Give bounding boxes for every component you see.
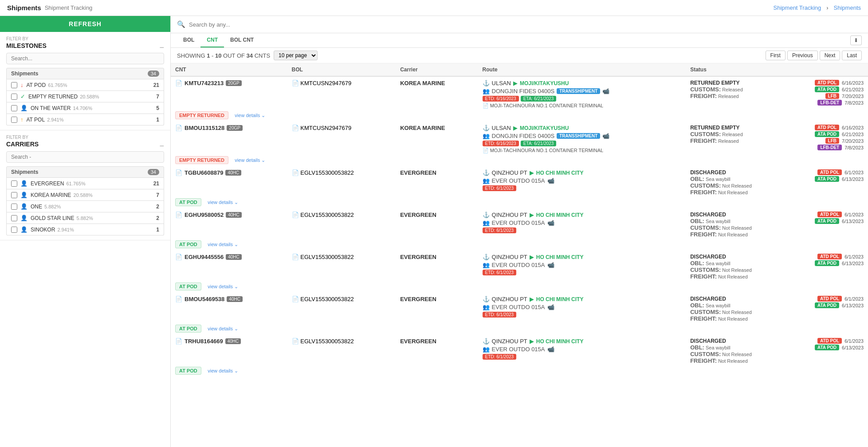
status-main: DISCHARGED: [690, 296, 815, 302]
carriers-table-header: Shipments 34: [6, 166, 164, 178]
status-badge: ATA POD: [815, 86, 839, 92]
next-page-button[interactable]: Next: [820, 51, 841, 60]
origin-name: ULSAN: [492, 80, 511, 86]
route-cell: ⚓ QINZHOU PT ▶ HO CHI MINH CITY 👥 EVER O…: [478, 293, 686, 325]
col-cnt: CNT: [171, 63, 287, 76]
milestone-status-label[interactable]: EMPTY RETURNED: [175, 156, 228, 164]
nav-shipment-tracking[interactable]: Shipment Tracking: [774, 4, 821, 11]
status-main: DISCHARGED: [690, 254, 815, 260]
milestone-checkbox[interactable]: [11, 94, 17, 100]
status-badge: ATD POL: [817, 212, 842, 217]
table-row: 📄 KMTU7423213 20GP 📄 KMTCUSN2947679KOREA…: [171, 76, 868, 112]
per-page-select[interactable]: 10 per page 25 per page 50 per page: [274, 51, 318, 60]
carrier-checkbox[interactable]: [11, 204, 17, 210]
milestone-label: AT POL 2.941%: [27, 117, 153, 123]
carrier-item: 👤 KOREA MARINE 20.588% 7: [6, 189, 164, 201]
carriers-collapse-button[interactable]: −: [159, 142, 164, 150]
milestone-percent: 20.588%: [79, 94, 99, 99]
badge-date: 6/1/2023: [844, 170, 864, 175]
view-details-link[interactable]: view details ⌄: [208, 368, 238, 373]
col-route: Route: [478, 63, 686, 76]
carrier-checkbox[interactable]: [11, 192, 17, 198]
view-details-link[interactable]: view details ⌄: [208, 242, 238, 247]
cnt-badge: 40HC: [226, 254, 242, 260]
milestones-collapse-button[interactable]: −: [159, 43, 164, 51]
carrier-checkbox[interactable]: [11, 180, 17, 187]
tab-cnt[interactable]: CNT: [200, 33, 224, 47]
cnt-cell: 📄 EGHU9580052 40HC: [171, 208, 287, 241]
vessel-icon: 👥: [483, 346, 490, 353]
milestone-checkbox[interactable]: [11, 82, 17, 88]
status-cell: RETURNED EMPTYCUSTOMS: ReleasedFREIGHT: …: [686, 76, 868, 112]
view-details-link[interactable]: view details ⌄: [208, 200, 238, 205]
vessel-icon: 👥: [483, 262, 490, 268]
milestone-status-label[interactable]: AT POD: [175, 198, 201, 206]
table-row-detail: AT POD view details ⌄: [171, 325, 868, 335]
view-details-link[interactable]: view details ⌄: [208, 326, 238, 331]
dest-name: HO CHI MINH CITY: [536, 296, 584, 302]
carriers-list: 👤 EVERGREEN 61.765% 21 👤 KOREA MARINE 20…: [6, 178, 164, 235]
etd-badge: ETD: 6/1/2023: [483, 270, 516, 275]
carrier-checkbox[interactable]: [11, 227, 17, 233]
route-cell: ⚓ QINZHOU PT ▶ HO CHI MINH CITY 👥 EVER O…: [478, 208, 686, 241]
anchor-icon: ⚓: [483, 212, 490, 218]
bol-number: EGLV155300053822: [300, 338, 353, 345]
cnt-icon: 📄: [175, 125, 182, 131]
cnt-cell: 📄 BMOU1315128 20GP: [171, 122, 287, 157]
status-badges: ATD POL 6/1/2023 ATA POD 6/13/2023: [815, 296, 864, 308]
milestone-checkbox[interactable]: [11, 105, 17, 111]
milestone-status-label[interactable]: AT POD: [175, 240, 201, 248]
sidebar: REFRESH Filter by MILESTONES − Shipments…: [0, 16, 171, 447]
view-details-link[interactable]: view details ⌄: [208, 284, 238, 289]
refresh-button[interactable]: REFRESH: [0, 16, 170, 32]
status-badges: ATD POL 6/16/2023 ATA POD 6/21/2023 LFB …: [815, 125, 864, 150]
milestone-status-label[interactable]: AT POD: [175, 282, 201, 290]
bol-doc-icon: 📄: [292, 338, 301, 345]
first-page-button[interactable]: First: [766, 51, 786, 60]
green-dot: ▶: [530, 296, 534, 302]
etd-badge: ETD: 6/1/2023: [483, 185, 516, 191]
milestone-label: ON THE WATER 14.706%: [31, 105, 153, 111]
nav-shipments[interactable]: Shipments: [834, 4, 861, 11]
milestone-icon: ↓: [20, 82, 24, 88]
vessel-name: EVER OUTDO 015A: [492, 177, 545, 184]
carrier-item: 👤 EVERGREEN 61.765% 21: [6, 178, 164, 189]
bol-number: EGLV155300053822: [300, 169, 353, 176]
anchor-icon: ⚓: [483, 296, 490, 302]
previous-page-button[interactable]: Previous: [787, 51, 818, 60]
milestone-status-label[interactable]: AT POD: [175, 325, 201, 333]
cnt-badge: 20GP: [226, 80, 242, 86]
milestone-status-label[interactable]: EMPTY RETURNED: [175, 111, 228, 119]
carrier-name: EVERGREEN: [400, 338, 436, 345]
tab-bol-cnt[interactable]: BOL CNT: [224, 33, 260, 47]
status-badge: ATA POD: [815, 302, 839, 308]
carriers-search-input[interactable]: [6, 151, 164, 163]
status-badge: ATD POL: [817, 254, 842, 259]
last-page-button[interactable]: Last: [842, 51, 862, 60]
carrier-cell: KOREA MARINE: [396, 76, 478, 112]
carrier-icon: 👤: [20, 215, 27, 221]
carrier-name: KOREA MARINE: [400, 125, 445, 131]
status-main: RETURNED EMPTY: [690, 80, 815, 86]
table-row-detail: AT POD view details ⌄: [171, 283, 868, 293]
carrier-name: KOREA MARINE: [400, 80, 445, 86]
milestone-checkbox[interactable]: [11, 117, 17, 123]
view-details-link[interactable]: view details ⌄: [235, 157, 265, 163]
status-freight: FREIGHT: Not Released: [690, 189, 815, 196]
milestone-status-label[interactable]: AT POD: [175, 367, 201, 375]
tab-bol[interactable]: BOL: [177, 33, 200, 47]
milestone-detail-cell: AT POD view details ⌄: [171, 283, 868, 293]
screen-icon: 📹: [547, 304, 554, 310]
status-cell: DISCHARGEDOBL: Sea waybillCUSTOMS: Not R…: [686, 335, 868, 367]
cnt-number: KMTU7423213: [185, 80, 224, 86]
milestones-search-input[interactable]: [6, 53, 164, 64]
status-cell: DISCHARGEDOBL: Sea waybillCUSTOMS: Not R…: [686, 293, 868, 325]
carrier-checkbox[interactable]: [11, 215, 17, 221]
status-customs: CUSTOMS: Not Released: [690, 224, 815, 231]
origin-name: QINZHOU PT: [492, 254, 527, 260]
export-button[interactable]: ⬇: [850, 35, 862, 45]
search-input[interactable]: [189, 21, 862, 28]
view-details-link[interactable]: view details ⌄: [235, 113, 265, 118]
route-cell: ⚓ QINZHOU PT ▶ HO CHI MINH CITY 👥 EVER O…: [478, 335, 686, 367]
status-cell: RETURNED EMPTYCUSTOMS: ReleasedFREIGHT: …: [686, 122, 868, 157]
